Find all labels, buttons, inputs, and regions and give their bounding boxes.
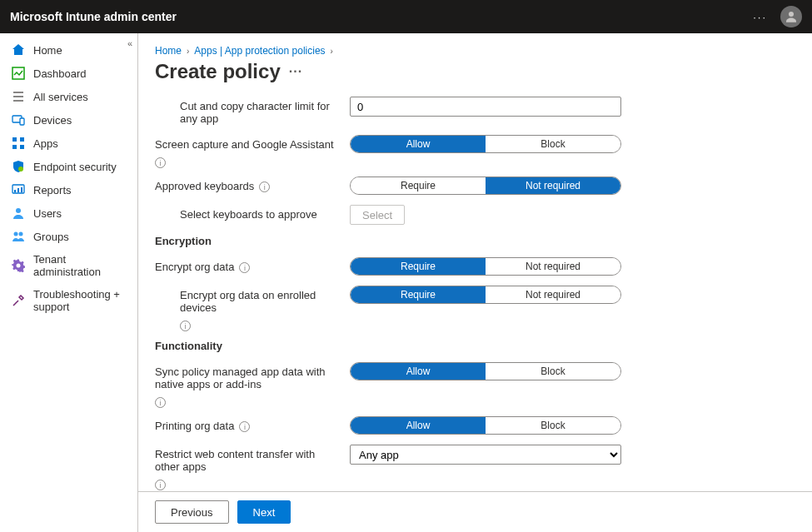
product-title: Microsoft Intune admin center [10,10,177,23]
label-select-keyboards: Select keyboards to approve [180,208,317,221]
sidebar-item-label: Home [33,44,62,57]
encrypt-enrolled-toggle[interactable]: Require Not required [350,286,621,304]
option-block[interactable]: Block [486,136,620,152]
svg-point-13 [16,208,21,213]
select-keyboards-button: Select [350,205,405,225]
restrict-web-select[interactable]: Any app [350,445,621,465]
svg-rect-7 [20,145,24,149]
sidebar-item-endpoint-security[interactable]: Endpoint security [0,155,137,178]
breadcrumb-home[interactable]: Home [155,45,182,57]
svg-point-16 [17,264,21,268]
screen-capture-toggle[interactable]: Allow Block [350,135,621,153]
sidebar-item-label: Users [33,207,62,220]
chevron-right-icon: › [331,47,333,56]
option-block[interactable]: Block [486,363,620,380]
info-icon[interactable]: i [155,157,166,168]
chevron-right-icon: › [187,47,189,56]
label-approved-keyboards: Approved keyboards [155,180,254,192]
sidebar-item-users[interactable]: Users [0,201,137,225]
option-require[interactable]: Require [351,177,486,194]
info-icon[interactable]: i [239,262,250,273]
cut-copy-limit-input[interactable] [350,97,621,117]
info-icon[interactable]: i [180,321,191,331]
label-encrypt-enrolled: Encrypt org data on enrolled devices [180,289,340,314]
sidebar-item-label: All services [33,91,88,103]
option-require[interactable]: Require [351,258,486,275]
sidebar-item-label: Devices [33,114,72,127]
option-allow[interactable]: Allow [351,363,486,380]
sidebar: « Home Dashboard All services Devices Ap… [0,33,138,532]
sidebar-item-groups[interactable]: Groups [0,225,137,248]
user-icon [12,206,25,220]
info-icon[interactable]: i [259,181,270,192]
previous-button[interactable]: Previous [155,500,229,524]
approved-keyboards-toggle[interactable]: Require Not required [350,177,621,195]
collapse-sidebar-icon[interactable]: « [127,38,132,48]
wizard-footer: Previous Next [138,491,812,532]
header-more-icon[interactable]: ··· [753,11,767,23]
sidebar-item-tenant-admin[interactable]: Tenant administration [0,248,137,283]
sidebar-item-apps[interactable]: Apps [0,132,137,155]
groups-icon [12,230,25,243]
sidebar-item-devices[interactable]: Devices [0,108,137,132]
option-allow[interactable]: Allow [351,417,486,434]
sidebar-item-label: Tenant administration [33,253,126,278]
label-restrict-web: Restrict web content transfer with other… [155,448,340,473]
printing-toggle[interactable]: Allow Block [350,416,621,435]
info-icon[interactable]: i [239,421,250,432]
main-content: Home › Apps | App protection policies › … [138,33,812,532]
info-icon[interactable]: i [155,397,166,408]
svg-point-14 [14,232,18,236]
svg-rect-12 [21,187,22,192]
sidebar-item-reports[interactable]: Reports [0,178,137,201]
breadcrumb: Home › Apps | App protection policies › [155,45,795,57]
gear-icon [12,259,25,272]
svg-rect-10 [14,190,16,192]
sidebar-item-all-services[interactable]: All services [0,85,137,108]
option-block[interactable]: Block [486,417,620,434]
label-printing: Printing org data [155,420,234,432]
svg-point-8 [18,167,23,172]
sidebar-item-label: Dashboard [33,67,87,80]
sidebar-item-label: Endpoint security [33,161,117,173]
option-allow[interactable]: Allow [351,136,486,152]
sidebar-item-dashboard[interactable]: Dashboard [0,62,137,85]
option-not-required[interactable]: Not required [486,286,620,303]
top-bar: Microsoft Intune admin center ··· [0,0,812,33]
option-not-required[interactable]: Not required [486,258,620,275]
dashboard-icon [12,67,25,80]
svg-rect-6 [12,145,17,149]
label-sync-policy: Sync policy managed app data with native… [155,365,340,390]
encrypt-org-toggle[interactable]: Require Not required [350,257,621,276]
option-require[interactable]: Require [351,286,486,303]
label-encrypt-org: Encrypt org data [155,261,234,273]
breadcrumb-apps[interactable]: Apps | App protection policies [194,45,325,57]
home-icon [12,43,25,57]
svg-rect-4 [12,137,17,142]
sidebar-item-label: Apps [33,137,58,150]
person-icon [784,9,799,24]
section-functionality: Functionality [155,340,788,352]
next-button[interactable]: Next [237,500,291,524]
account-avatar[interactable] [780,6,802,27]
label-cut-copy-limit: Cut and copy character limit for any app [180,100,340,125]
shield-icon [12,160,25,173]
page-title: Create policy ··· [155,60,795,83]
info-icon[interactable]: i [155,480,166,490]
svg-point-0 [789,12,794,17]
sidebar-item-home[interactable]: Home [0,38,137,62]
reports-icon [12,183,25,196]
sidebar-item-label: Troubleshooting + support [33,288,126,313]
svg-rect-11 [17,188,19,192]
page-more-icon[interactable]: ··· [289,64,302,79]
sync-policy-toggle[interactable]: Allow Block [350,362,621,380]
sidebar-item-label: Groups [33,231,69,243]
label-screen-capture: Screen capture and Google Assistant [155,138,334,151]
all-services-icon [12,90,25,103]
option-not-required[interactable]: Not required [486,177,620,194]
wrench-icon [12,294,25,307]
svg-rect-5 [20,137,24,142]
sidebar-item-label: Reports [33,184,72,196]
section-encryption: Encryption [155,235,788,247]
sidebar-item-troubleshooting[interactable]: Troubleshooting + support [0,283,137,318]
